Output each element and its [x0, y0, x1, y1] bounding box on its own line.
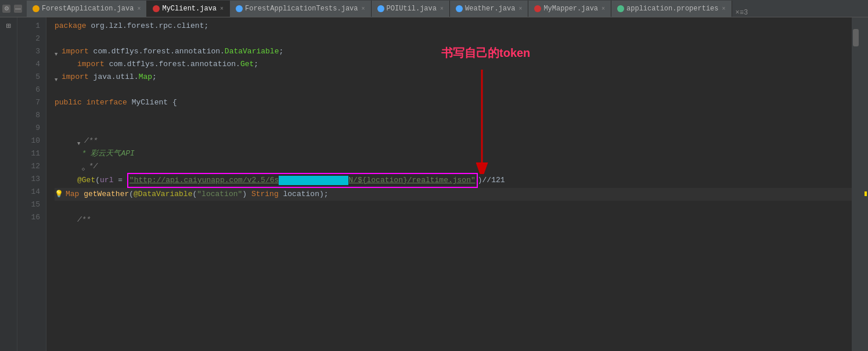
code-line-13: @Get(url = "http://api.caiyunapp.com/v2.… [55, 173, 852, 188]
right-scrollbar[interactable] [852, 17, 860, 351]
code-line-15 [55, 201, 852, 214]
code-area[interactable]: 2020-06-10 2020-06- package org.lzl.fore… [46, 17, 852, 351]
tab-close-poiutil[interactable]: × [440, 6, 444, 12]
keyword-string: String [251, 188, 279, 201]
tab-application-properties[interactable]: application.properties × [611, 1, 732, 17]
annotation-get: @Get [77, 174, 95, 187]
line-num-14: 14 [17, 186, 40, 198]
line-num-2: 2 [17, 32, 40, 45]
line-num-13: 13 [17, 173, 40, 186]
url-string-end: N/${location}/realtime.json" [348, 176, 475, 184]
tab-close-application-properties[interactable]: × [722, 6, 726, 12]
left-gutter: ⊞ [0, 17, 17, 351]
line-num-4: 4 [17, 58, 40, 71]
tab-label-weather: Weather.java [465, 5, 515, 13]
tab-forest-application[interactable]: ForestApplication.java × [27, 1, 147, 17]
fold-icon-12[interactable]: ◇ [82, 163, 89, 170]
comment-open-2: /** [77, 214, 91, 226]
import-datavariable: DataVariable [225, 45, 279, 58]
minimize-button[interactable]: — [14, 5, 22, 13]
callout-arrow-svg [453, 70, 523, 174]
code-line-16: /** [55, 214, 852, 226]
tab-label-mymapper: MyMapper.java [543, 5, 598, 13]
code-line-14[interactable]: 💡Map getWeather(@DataVariable("location"… [55, 188, 852, 201]
tab-icon-forest-application [33, 5, 39, 12]
tab-close-forest-application[interactable]: × [137, 6, 141, 12]
title-bar: ⚙ — ForestApplication.java × MyClient.ja… [0, 0, 868, 17]
tab-mymapper[interactable]: MyMapper.java × [528, 1, 611, 17]
tabs-container: ForestApplication.java × MyClient.java ×… [27, 0, 868, 17]
line-num-9: 9 [17, 122, 40, 135]
censored-token [279, 176, 348, 185]
fold-icon-5[interactable]: ▼ [55, 74, 62, 81]
comment-close: */ [89, 160, 98, 173]
tab-label-poiutil: POIUtil.java [387, 5, 437, 13]
code-line-1: package org.lzl.forest.rpc.client; [55, 20, 852, 32]
tab-label-myclient: MyClient.java [162, 5, 217, 13]
keyword-package: package [55, 20, 87, 32]
classname-myclient: MyClient [132, 96, 168, 109]
tab-close-weather[interactable]: × [518, 6, 522, 12]
tab-poiutil[interactable]: POIUtil.java × [372, 1, 450, 17]
code-line-2 [55, 32, 852, 45]
code-line-4: import com.dtflys.forest.annotation.Get; [55, 58, 852, 71]
comment-caiyun: * 彩云天气API [82, 147, 135, 160]
line-num-16: 16 [17, 211, 40, 224]
magenta-outline-box: "http://api.caiyunapp.com/v2.5/6s N/${lo… [127, 173, 478, 188]
tab-label-forestapplicationtests: ForestApplicationTests.java [245, 5, 358, 13]
method-getweather: getWeather [84, 188, 129, 201]
fold-icon-10[interactable]: ▼ [77, 137, 84, 144]
window-controls: ⚙ — [2, 5, 27, 13]
tab-label-forest-application: ForestApplication.java [42, 5, 134, 13]
line-num-10: 10 [17, 135, 40, 147]
comment-open: /** [84, 135, 98, 147]
tab-myclient[interactable]: MyClient.java × [147, 1, 230, 17]
code-wrapper: 1 2 3 4 5 6 7 8 9 10 11 12 13 14 15 16 2… [17, 17, 860, 351]
tab-forestapplicationtests[interactable]: ForestApplicationTests.java × [230, 1, 371, 17]
minimap-highlight [865, 191, 867, 196]
line-num-7: 7 [17, 96, 40, 109]
import-get: Get [240, 58, 254, 71]
keyword-map: Map [66, 188, 79, 201]
line-num-11: 11 [17, 147, 40, 160]
fold-icon-3[interactable]: ▼ [55, 48, 62, 55]
import-map: Map [139, 71, 152, 84]
light-bulb-icon[interactable]: 💡 [55, 188, 63, 201]
line-num-12: 12 [17, 160, 40, 173]
tab-icon-application-properties [617, 5, 624, 12]
tab-icon-poiutil [377, 5, 384, 12]
callout-text: 书写自己的token [441, 46, 530, 59]
tab-close-myclient[interactable]: × [220, 6, 224, 12]
line-num-5: 5 [17, 71, 40, 84]
tab-close-forestapplicationtests[interactable]: × [362, 6, 365, 12]
main-area: ⊞ 1 2 3 4 5 6 7 8 9 10 11 12 13 14 15 16… [0, 17, 868, 351]
line-num-6: 6 [17, 84, 40, 96]
tab-close-mymapper[interactable]: × [602, 6, 605, 12]
tab-icon-weather [456, 5, 463, 12]
settings-button[interactable]: ⚙ [2, 5, 10, 13]
tab-label-application-properties: application.properties [626, 5, 718, 13]
tab-extras[interactable]: ×≡3 [732, 9, 752, 17]
scrollbar-thumb[interactable] [853, 29, 859, 46]
callout-container: 书写自己的token [441, 46, 530, 59]
line-num-8: 8 [17, 109, 40, 122]
minimap [860, 17, 868, 351]
line-numbers: 1 2 3 4 5 6 7 8 9 10 11 12 13 14 15 16 [17, 17, 46, 351]
line-num-3: 3 [17, 45, 40, 58]
tab-icon-myclient [153, 5, 160, 12]
left-gutter-icon: ⊞ [3, 20, 15, 31]
tab-icon-mymapper [534, 5, 541, 12]
str-location: "location" [197, 188, 242, 201]
url-string-start: "http://api.caiyunapp.com/v2.5/6s [129, 176, 279, 184]
tab-weather[interactable]: Weather.java × [450, 1, 528, 17]
line-num-15: 15 [17, 198, 40, 211]
line-num-1: 1 [17, 20, 40, 32]
annotation-datavariable: @DataVariable [134, 188, 192, 201]
tab-icon-forestapplicationtests [236, 5, 243, 12]
